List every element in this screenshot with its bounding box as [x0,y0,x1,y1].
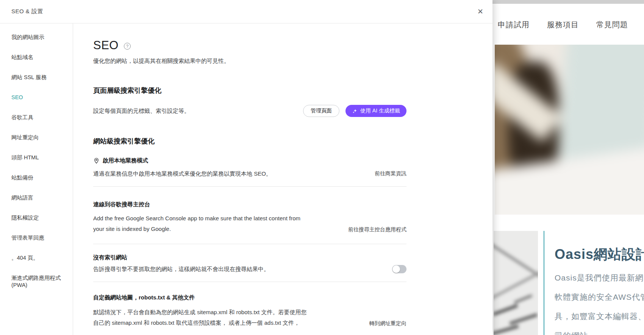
sketch-image [494,231,538,335]
divider [93,282,406,282]
page-level-description: 設定每個頁面的元標籤、索引設定等。 [93,107,190,115]
close-icon[interactable]: ✕ [475,6,486,17]
sparkle-icon [352,108,358,114]
sidebar-item-seo[interactable]: SEO [0,87,73,108]
sidebar-item-pwa[interactable]: 漸進式網路應用程式 (PWA) [0,268,73,295]
sidebar-item-url-redirect[interactable]: 网址重定向 [0,128,73,148]
location-pin-icon [93,157,100,164]
sidebar-item-404-page[interactable]: 。404 頁。 [0,248,73,268]
toggle-knob [392,265,400,273]
nav-item-faq[interactable]: 常見問題 [596,20,628,30]
article-line: 司的網站。 [555,330,644,335]
sketch-image-blur [494,231,538,335]
local-business-title: 啟用本地業務模式 [103,157,148,164]
manage-pages-button[interactable]: 管理頁面 [303,105,339,117]
sitemap-description-line: 自己的 sitemap.xml 和 robots.txt 取代這些預設檔案， 或… [93,319,320,327]
page-title: SEO [93,39,119,52]
seo-settings-modal: SEO & 設置 ✕ 我的網站圖示 站點域名 網站 SSL 服務 SEO 谷歌工… [0,0,492,335]
settings-content: SEO ? 優化您的網站，以提高其在相關搜索結果中的可見性。 頁面層級搜索引擎優… [73,23,492,335]
help-icon[interactable]: ? [124,43,131,50]
page-top-strip [492,0,644,4]
section-heading-page-level-seo: 頁面層級搜索引擎優化 [93,86,406,95]
no-index-title: 沒有索引網站 [93,254,406,261]
no-index-toggle[interactable] [392,265,406,273]
sidebar-item-head-html[interactable]: 頭部 HTML [0,148,73,168]
sitemap-title: 自定義網站地圖，robots.txt & 其他文件 [93,294,406,301]
article-line: 軟體實施的安全AWS代管 [555,292,644,302]
sidebar-item-site-language[interactable]: 網站語言 [0,188,73,208]
sidebar-item-ssl[interactable]: 網站 SSL 服務 [0,67,73,87]
hero-image-blur [495,45,644,215]
search-console-description-line: your site is indexed by Google. [93,225,313,233]
sidebar-item-google-tools[interactable]: 谷歌工具 [0,108,73,128]
article-block: Oasis網站設計 Oasis是我們使用最新網 軟體實施的安全AWS代管 具，如… [544,231,644,335]
page-subtitle: 優化您的網站，以提高其在相關搜索結果中的可見性。 [93,58,406,65]
ai-button-label: 使用 AI 生成標籤 [360,108,400,114]
article-heading: Oasis網站設計 [555,245,644,264]
sidebar-item-form-responses[interactable]: 管理表單回應 [0,228,73,248]
go-to-search-console-link[interactable]: 前往搜尋主控台應用程式 [348,226,406,233]
go-to-business-info-link[interactable]: 前往商業資訊 [375,170,406,177]
sidebar-item-privacy[interactable]: 隱私權設定 [0,208,73,228]
nav-item-trial[interactable]: 申請試用 [498,20,530,30]
search-console-description-line: Add the free Google Search Console app t… [93,214,313,223]
local-business-description: 通過在業務信息中啟用本地業務模式來優化您的業務以實現本地 SEO。 [93,170,272,178]
sidebar-item-site-favicon[interactable]: 我的網站圖示 [0,27,73,47]
settings-sidebar: 我的網站圖示 站點域名 網站 SSL 服務 SEO 谷歌工具 网址重定向 頭部 … [0,23,73,335]
divider [93,244,406,244]
search-console-title: 連線到谷歌搜尋主控台 [93,201,406,208]
hero-image [495,45,644,215]
modal-title: SEO & 設置 [11,8,43,15]
sidebar-item-site-backup[interactable]: 站點備份 [0,168,73,188]
article-line: 具，如豐富文本編輯器、 [555,311,644,322]
no-index-description: 告訴搜尋引擎不要抓取您的網站，這樣網站就不會出現在搜尋結果中。 [93,265,269,273]
ai-generate-tags-button[interactable]: 使用 AI 生成標籤 [345,105,406,117]
site-navbar: 申請試用 服務項目 常見問題 聯絡我們 [498,20,644,30]
background-website: 申請試用 服務項目 常見問題 聯絡我們 Oasis網站設計 Oasis是我們使用… [492,0,644,335]
go-to-url-redirect-link[interactable]: 轉到網址重定向 [369,320,406,327]
sidebar-item-site-domain[interactable]: 站點域名 [0,47,73,67]
nav-item-services[interactable]: 服務項目 [547,20,579,30]
section-heading-site-level-seo: 網站級搜索引擎優化 [93,137,406,146]
modal-header: SEO & 設置 ✕ [0,0,492,23]
sitemap-description-line: 默認情況下，平台會自動為您的網站生成 sitemap.xml 和 robots.… [93,308,320,316]
divider [93,186,406,187]
article-line: Oasis是我們使用最新網 [555,273,644,283]
screen: 申請試用 服務項目 常見問題 聯絡我們 Oasis網站設計 Oasis是我們使用… [0,0,644,335]
